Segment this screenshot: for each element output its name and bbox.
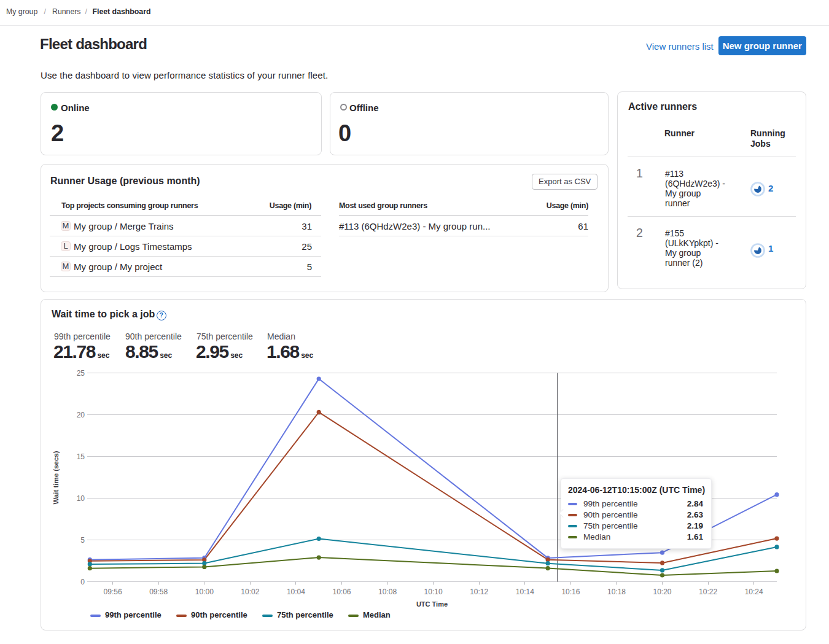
svg-text:09:58: 09:58 xyxy=(149,588,168,596)
svg-text:10:22: 10:22 xyxy=(699,588,717,596)
svg-text:5: 5 xyxy=(80,536,85,545)
svg-text:10:12: 10:12 xyxy=(470,588,488,596)
svg-text:10:14: 10:14 xyxy=(516,588,534,596)
svg-text:10:20: 10:20 xyxy=(653,588,671,596)
svg-text:UTC Time: UTC Time xyxy=(416,600,448,608)
svg-text:10:00: 10:00 xyxy=(195,588,214,596)
svg-text:10:06: 10:06 xyxy=(332,588,351,596)
svg-text:10:08: 10:08 xyxy=(378,588,397,596)
svg-text:10:16: 10:16 xyxy=(561,588,580,596)
svg-text:20: 20 xyxy=(77,411,85,419)
svg-text:10:02: 10:02 xyxy=(241,588,259,596)
svg-text:0: 0 xyxy=(80,578,85,586)
svg-text:15: 15 xyxy=(77,452,85,461)
svg-text:09:56: 09:56 xyxy=(104,588,122,596)
svg-text:10:04: 10:04 xyxy=(287,588,305,596)
svg-text:10: 10 xyxy=(77,494,85,503)
svg-text:10:24: 10:24 xyxy=(745,588,763,596)
svg-text:10:10: 10:10 xyxy=(424,588,443,596)
svg-text:10:18: 10:18 xyxy=(607,588,626,596)
svg-text:25: 25 xyxy=(77,369,85,378)
